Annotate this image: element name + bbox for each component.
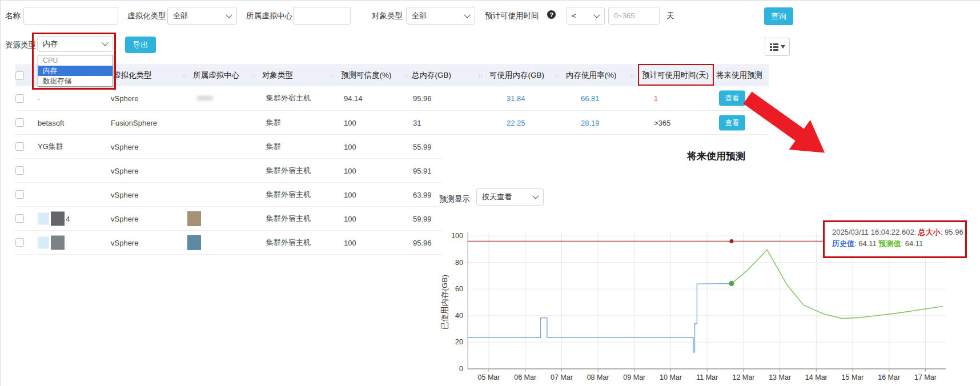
resource-option-数据存储[interactable]: 数据存储 — [38, 76, 113, 86]
virtualization-type-cell: vSphere — [111, 214, 138, 223]
redacted-vcenter-block — [187, 235, 201, 250]
confidence-cell: 100 — [344, 166, 356, 175]
x-tick-label: 10 Mar — [660, 373, 682, 381]
name-cell: - — [38, 94, 40, 103]
query-button[interactable]: 查询 — [764, 7, 793, 25]
tooltip-line-1: 2025/03/11 16:04:22.602: 总大小: 95.96 — [832, 227, 965, 238]
usage-rate-link[interactable]: 28.19 — [581, 118, 600, 127]
x-tick-label: 13 Mar — [769, 373, 791, 381]
column-header-8[interactable]: 预计可使用时间(天)↓↑ — [642, 65, 706, 86]
confidence-cell: 100 — [344, 214, 356, 223]
y-tick-label: 20 — [455, 338, 463, 346]
row-checkbox[interactable] — [15, 238, 24, 247]
column-header-label: 预计可使用时间(天) — [642, 70, 709, 81]
object-type-cell: 集群外宿主机 — [266, 190, 311, 200]
name-cell: betasoft — [38, 118, 64, 127]
usage-rate-link[interactable]: 66.81 — [581, 94, 600, 103]
virtualization-type-select[interactable]: 全部 — [167, 7, 237, 25]
row-checkbox[interactable] — [15, 214, 24, 223]
column-settings-button[interactable] — [765, 38, 790, 56]
usable-days-cell: 1 — [654, 94, 658, 103]
column-header-label: 可使用内存(GB) — [489, 70, 544, 81]
x-tick-label: 11 Mar — [696, 373, 718, 381]
column-header-1[interactable]: 虚拟化类型↓↑ — [113, 65, 186, 86]
column-header-label: 内存使用率(%) — [566, 70, 617, 81]
virtualization-type-cell: vSphere — [111, 190, 138, 199]
days-range-input[interactable]: 0~365 — [608, 7, 660, 25]
prediction-display-label: 预测显示 — [439, 194, 470, 204]
table-row: betasoftFusionSphere集群1003122.2528.19>36… — [15, 111, 769, 135]
data-point-marker — [729, 239, 733, 243]
total-memory-cell: 95.96 — [413, 238, 432, 247]
virtualization-type-cell: FusionSphere — [111, 118, 157, 127]
x-tick-label: 15 Mar — [842, 373, 864, 381]
caret-down-icon — [781, 45, 785, 49]
resource-type-select[interactable]: 内存 — [37, 36, 113, 52]
available-memory-link[interactable]: 31.84 — [507, 94, 525, 103]
resource-option-内存[interactable]: 内存 — [38, 66, 113, 76]
confidence-cell: 100 — [344, 238, 356, 247]
redacted-name-block — [51, 235, 65, 250]
x-tick-label: 17 Mar — [914, 373, 937, 381]
row-checkbox[interactable] — [15, 118, 24, 127]
name-cell: YG集群 — [38, 142, 63, 152]
resource-type-dropdown-list: CPU内存数据存储 — [38, 55, 113, 87]
help-icon[interactable]: ? — [547, 10, 556, 19]
x-tick-label: 14 Mar — [805, 373, 828, 381]
sort-icon[interactable]: ↓↑ — [395, 73, 407, 79]
object-type-cell: 集群 — [266, 118, 281, 128]
tooltip-line-2: 历史值: 64.11 预测值: 64.11 — [832, 238, 965, 250]
name-filter-label: 名称 — [5, 11, 21, 21]
view-prediction-button[interactable]: 查看 — [719, 115, 745, 130]
prediction-display-select[interactable]: 按天查看 — [476, 188, 544, 206]
available-memory-link[interactable]: 22.25 — [507, 118, 525, 127]
sort-icon[interactable]: ↓↑ — [470, 73, 483, 79]
row-checkbox[interactable] — [15, 94, 24, 103]
row-checkbox[interactable] — [15, 190, 24, 199]
vcenter-filter-input[interactable] — [293, 7, 351, 25]
view-prediction-button[interactable]: 查看 — [719, 91, 745, 106]
virtualization-type-cell: vSphere — [111, 238, 138, 247]
comparator-value: < — [572, 11, 576, 20]
name-filter-input[interactable] — [23, 7, 118, 25]
chevron-down-icon — [464, 11, 470, 18]
object-type-select[interactable]: 全部 — [406, 7, 475, 25]
redacted-name-block — [38, 212, 49, 224]
redacted-name-block — [38, 236, 49, 248]
column-header-6[interactable]: 可使用内存(GB)↓↑ — [489, 65, 559, 86]
x-tick-label: 08 Mar — [587, 373, 609, 381]
sort-icon[interactable]: ↓↑ — [322, 73, 334, 79]
redacted-vcenter-block — [187, 211, 201, 226]
data-point-marker — [729, 281, 734, 286]
sort-icon[interactable]: ↓↑ — [243, 73, 256, 79]
prediction-display-value: 按天查看 — [482, 192, 512, 202]
redacted-vcenter-smudge — [197, 96, 213, 101]
panel-title: 将来使用预测 — [648, 150, 785, 163]
row-checkbox[interactable] — [15, 142, 24, 151]
total-memory-cell: 63.99 — [413, 190, 432, 199]
total-memory-cell: 95.96 — [413, 94, 432, 103]
name-cell: 4 — [66, 214, 70, 223]
column-header-label: 虚拟化类型 — [113, 70, 152, 81]
confidence-cell: 100 — [344, 142, 356, 151]
export-button[interactable]: 导出 — [125, 37, 156, 53]
row-checkbox[interactable] — [15, 166, 24, 175]
column-header-label: 对象类型 — [262, 70, 293, 81]
sort-icon[interactable]: ↓↑ — [547, 73, 559, 79]
sort-icon[interactable]: ↓↑ — [622, 73, 634, 79]
column-header-7[interactable]: 内存使用率(%)↓↑ — [566, 65, 634, 86]
resource-option-CPU[interactable]: CPU — [38, 55, 113, 66]
y-tick-label: 100 — [451, 232, 463, 240]
column-header-label: 所属虚拟中心 — [193, 70, 239, 81]
column-header-5[interactable]: 总内存(GB)↓↑ — [412, 65, 483, 86]
vcenter-filter-label: 所属虚拟中心 — [246, 11, 292, 21]
comparator-select[interactable]: < — [566, 7, 605, 25]
column-header-3[interactable]: 对象类型↓↑ — [262, 65, 334, 86]
column-header-2[interactable]: 所属虚拟中心↓↑ — [193, 65, 256, 86]
select-all-checkbox[interactable] — [15, 71, 24, 80]
tooltip-history-label: 历史值 — [832, 239, 854, 248]
sort-icon[interactable]: ↓↑ — [174, 73, 186, 79]
column-header-4[interactable]: 预测可信度(%)↓↑ — [341, 65, 407, 86]
chevron-down-icon — [532, 192, 539, 199]
column-list-icon — [770, 43, 778, 51]
